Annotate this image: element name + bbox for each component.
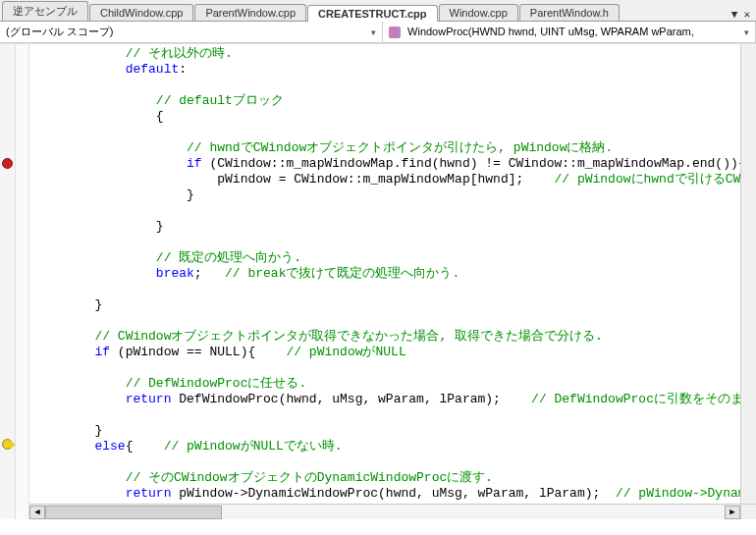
breakpoint-gutter[interactable] — [0, 44, 16, 519]
chevron-down-icon: ▾ — [744, 27, 749, 37]
outline-gutter[interactable] — [16, 44, 29, 519]
vertical-scrollbar[interactable] — [740, 44, 756, 504]
code-area[interactable]: // それ以外の時. default: // defaultブロック { // … — [29, 44, 756, 519]
breakpoint-marker[interactable] — [2, 158, 13, 169]
tab-parentwindow-h[interactable]: ParentWindow.h — [519, 4, 620, 21]
scope-dropdown[interactable]: (グローバル スコープ) ▾ — [0, 22, 383, 42]
tab-createstruct-cpp[interactable]: CREATESTRUCT.cpp — [307, 5, 437, 22]
function-icon — [389, 27, 401, 38]
scope-dropdown-value: (グローバル スコープ) — [6, 25, 113, 39]
tab-bar: 逆アセンブル ChildWindow.cpp ParentWindow.cpp … — [0, 0, 756, 22]
scrollbar-thumb[interactable] — [45, 506, 222, 519]
function-dropdown-value: WindowProc(HWND hwnd, UINT uMsg, WPARAM … — [407, 26, 694, 37]
tab-controls: ▼ ✕ — [731, 8, 756, 21]
scroll-left-icon[interactable]: ◀ — [29, 506, 45, 519]
tab-close-icon[interactable]: ✕ — [743, 8, 750, 21]
execution-pointer-icon[interactable] — [2, 439, 13, 450]
horizontal-scrollbar[interactable]: ◀ ▶ — [29, 504, 740, 519]
scrollbar-corner — [740, 504, 756, 519]
tab-parentwindow-cpp[interactable]: ParentWindow.cpp — [194, 4, 306, 21]
source-code[interactable]: // それ以外の時. default: // defaultブロック { // … — [29, 44, 756, 519]
scrollbar-track[interactable] — [45, 506, 725, 519]
navigation-bar: (グローバル スコープ) ▾ WindowProc(HWND hwnd, UIN… — [0, 22, 756, 43]
tab-childwindow-cpp[interactable]: ChildWindow.cpp — [89, 4, 193, 21]
scroll-right-icon[interactable]: ▶ — [725, 506, 740, 519]
tab-window-cpp[interactable]: Window.cpp — [439, 4, 518, 21]
tab-dropdown-icon[interactable]: ▼ — [731, 9, 738, 21]
function-dropdown[interactable]: WindowProc(HWND hwnd, UINT uMsg, WPARAM … — [383, 22, 756, 42]
tab-disassembly[interactable]: 逆アセンブル — [2, 1, 88, 21]
chevron-down-icon: ▾ — [371, 27, 376, 37]
editor: // それ以外の時. default: // defaultブロック { // … — [0, 43, 756, 519]
